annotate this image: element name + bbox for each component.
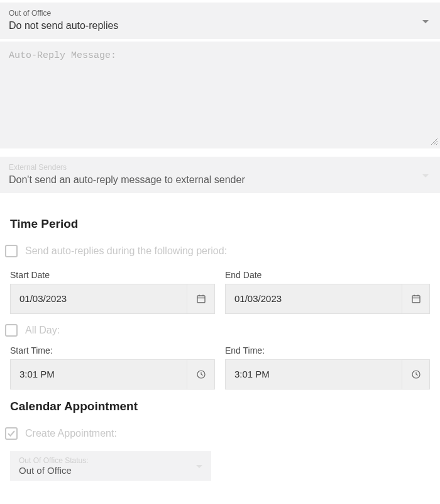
svg-line-13 <box>201 374 203 376</box>
all-day-checkbox[interactable] <box>5 324 18 337</box>
clock-icon[interactable] <box>402 360 429 389</box>
ooo-status-label: Out Of Office Status: <box>19 456 202 465</box>
external-senders-dropdown: External Senders Don't send an auto-repl… <box>0 156 440 193</box>
chevron-down-icon <box>196 460 202 471</box>
clock-icon[interactable] <box>187 360 214 389</box>
end-date-value: 01/03/2023 <box>226 284 402 313</box>
end-time-label: End Time: <box>225 345 430 356</box>
start-time-label: Start Time: <box>10 345 215 356</box>
svg-rect-3 <box>197 296 205 303</box>
start-date-input[interactable]: 01/03/2023 <box>10 284 215 314</box>
send-during-period-label: Send auto-replies during the following p… <box>25 245 227 257</box>
out-of-office-status-dropdown[interactable]: Out Of Office Status: Out of Office <box>10 451 211 481</box>
ooo-status-value: Out of Office <box>19 465 202 476</box>
start-date-value: 01/03/2023 <box>11 284 187 313</box>
out-of-office-dropdown[interactable]: Out of Office Do not send auto-replies <box>0 3 440 39</box>
create-appointment-checkbox[interactable] <box>5 427 18 440</box>
start-time-input[interactable]: 3:01 PM <box>10 359 215 389</box>
end-time-value: 3:01 PM <box>226 360 402 389</box>
calendar-icon[interactable] <box>402 284 429 313</box>
svg-rect-7 <box>412 296 420 303</box>
time-period-title: Time Period <box>10 217 430 231</box>
end-date-input[interactable]: 01/03/2023 <box>225 284 430 314</box>
chevron-down-icon <box>422 15 429 26</box>
send-during-period-checkbox[interactable] <box>5 245 18 257</box>
start-date-label: Start Date <box>10 270 215 280</box>
resize-grip-icon <box>430 136 437 147</box>
svg-line-1 <box>434 141 437 145</box>
end-time-input[interactable]: 3:01 PM <box>225 359 430 389</box>
create-appointment-label: Create Appointment: <box>25 428 117 439</box>
chevron-down-icon <box>422 169 429 181</box>
start-time-value: 3:01 PM <box>11 360 187 389</box>
svg-line-16 <box>416 374 418 376</box>
out-of-office-label: Out of Office <box>9 9 431 19</box>
auto-reply-placeholder: Auto-Reply Message: <box>9 50 116 61</box>
external-senders-label: External Senders <box>9 163 431 173</box>
svg-line-0 <box>431 138 437 145</box>
all-day-label: All Day: <box>25 325 60 336</box>
calendar-appointment-title: Calendar Appointment <box>10 400 430 413</box>
end-date-label: End Date <box>225 270 430 280</box>
calendar-icon[interactable] <box>187 284 214 313</box>
out-of-office-value: Do not send auto-replies <box>9 19 431 33</box>
external-senders-value: Don't send an auto-reply message to exte… <box>9 173 431 187</box>
auto-reply-textarea[interactable]: Auto-Reply Message: <box>0 42 440 148</box>
svg-line-2 <box>436 143 437 145</box>
